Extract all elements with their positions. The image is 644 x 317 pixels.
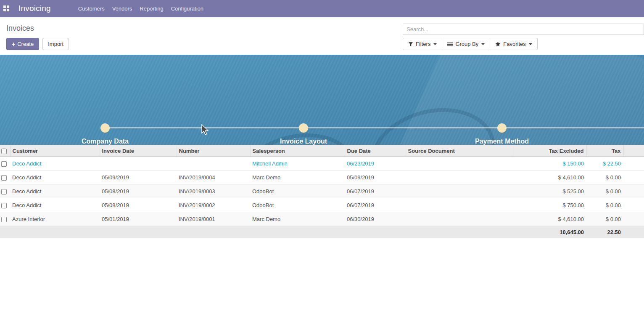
row-checkbox[interactable] bbox=[1, 175, 7, 181]
cell-customer: Deco Addict bbox=[10, 198, 100, 212]
column-header-tax[interactable]: Tax bbox=[586, 145, 623, 157]
cell-spacer bbox=[623, 212, 644, 226]
apps-grid-icon[interactable] bbox=[3, 5, 9, 11]
cell-salesperson: Marc Demo bbox=[250, 212, 345, 226]
cell-tax-excluded: $ 4,610.00 bbox=[513, 170, 586, 184]
column-header-invoice-date[interactable]: Invoice Date bbox=[100, 145, 177, 157]
favorites-button[interactable]: Favorites bbox=[490, 38, 537, 50]
cell-due-date: 06/23/2019 bbox=[345, 157, 406, 170]
onboarding-step-dot bbox=[497, 123, 507, 133]
create-button[interactable]: + Create bbox=[6, 38, 39, 50]
row-checkbox-cell bbox=[0, 184, 10, 198]
cell-tax: $ 0.00 bbox=[586, 212, 623, 226]
cell-number bbox=[177, 157, 250, 170]
cell-tax-excluded: $ 750.00 bbox=[513, 198, 586, 212]
cell-number: INV/2019/0003 bbox=[177, 184, 250, 198]
column-header-salesperson[interactable]: Salesperson bbox=[250, 145, 345, 157]
control-panel: Invoices + Create Import Filters bbox=[0, 17, 644, 55]
cell-tax-excluded: $ 4,610.00 bbox=[513, 212, 586, 226]
column-header-spacer bbox=[623, 145, 644, 157]
nav-item-vendors[interactable]: Vendors bbox=[108, 0, 136, 17]
onboarding-step-dot bbox=[100, 123, 110, 133]
cell-tax-excluded: $ 150.00 bbox=[513, 157, 586, 170]
table-row[interactable]: Deco Addict 05/08/2019 INV/2019/0002 Odo… bbox=[0, 198, 644, 212]
table-row[interactable]: Azure Interior 05/01/2019 INV/2019/0001 … bbox=[0, 212, 644, 226]
step-title: Invoice Layout bbox=[240, 138, 367, 145]
row-checkbox[interactable] bbox=[1, 161, 7, 167]
cell-number: INV/2019/0002 bbox=[177, 198, 250, 212]
favorites-button-label: Favorites bbox=[503, 41, 525, 47]
cell-customer: Deco Addict bbox=[10, 184, 100, 198]
cell-source-document bbox=[406, 198, 513, 212]
filters-button-label: Filters bbox=[416, 41, 430, 47]
filter-funnel-icon bbox=[408, 42, 413, 47]
onboarding-step-company-data: Company Data Set your company's data for… bbox=[42, 138, 168, 145]
column-header-number[interactable]: Number bbox=[177, 145, 250, 157]
cell-due-date: 06/07/2019 bbox=[345, 198, 406, 212]
cell-customer[interactable]: Deco Addict bbox=[10, 157, 100, 170]
cell-number: INV/2019/0004 bbox=[177, 170, 250, 184]
filters-button[interactable]: Filters bbox=[403, 38, 442, 50]
column-header-tax-excluded[interactable]: Tax Excluded bbox=[513, 145, 586, 157]
import-button-label: Import bbox=[48, 41, 63, 47]
onboarding-progress-line bbox=[105, 127, 644, 128]
cell-spacer bbox=[623, 157, 644, 170]
cell-salesperson: OdooBot bbox=[250, 198, 345, 212]
onboarding-step-dot bbox=[299, 123, 308, 133]
cell-tax: $ 0.00 bbox=[586, 170, 623, 184]
row-checkbox[interactable] bbox=[1, 217, 7, 222]
cell-due-date: 06/07/2019 bbox=[345, 184, 406, 198]
table-row[interactable]: Deco Addict Mitchell Admin 06/23/2019 $ … bbox=[0, 157, 644, 170]
nav-item-reporting[interactable]: Reporting bbox=[136, 0, 167, 17]
cell-source-document bbox=[406, 212, 513, 226]
nav-item-configuration[interactable]: Configuration bbox=[167, 0, 207, 17]
table-row[interactable]: Deco Addict 05/09/2019 INV/2019/0004 Mar… bbox=[0, 170, 644, 184]
app-name[interactable]: Invoicing bbox=[18, 4, 51, 13]
cell-source-document bbox=[406, 157, 513, 170]
cell-customer: Azure Interior bbox=[10, 212, 100, 226]
cell-tax: $ 22.50 bbox=[586, 157, 623, 170]
cell-spacer bbox=[623, 184, 644, 198]
select-all-checkbox[interactable] bbox=[1, 149, 7, 154]
row-checkbox-cell bbox=[0, 212, 10, 226]
cell-spacer bbox=[623, 170, 644, 184]
row-checkbox[interactable] bbox=[1, 189, 7, 194]
footer-tax-total: 22.50 bbox=[586, 226, 623, 238]
group-by-button-label: Group By bbox=[455, 41, 478, 47]
star-icon bbox=[495, 41, 501, 47]
cell-source-document bbox=[406, 184, 513, 198]
cell-tax-excluded: $ 525.00 bbox=[513, 184, 586, 198]
plus-icon: + bbox=[12, 41, 15, 47]
cell-number: INV/2019/0001 bbox=[177, 212, 250, 226]
caret-down-icon bbox=[529, 43, 532, 45]
navbar-menus: Customers Vendors Reporting Configuratio… bbox=[74, 0, 207, 17]
table-row[interactable]: Deco Addict 05/08/2019 INV/2019/0003 Odo… bbox=[0, 184, 644, 198]
row-checkbox[interactable] bbox=[1, 203, 7, 208]
cell-tax: $ 0.00 bbox=[586, 198, 623, 212]
cell-due-date: 06/30/2019 bbox=[345, 212, 406, 226]
column-header-source-document[interactable]: Source Document bbox=[406, 145, 513, 157]
select-all-checkbox-cell bbox=[0, 145, 10, 157]
cell-customer: Deco Addict bbox=[10, 170, 100, 184]
row-checkbox-cell bbox=[0, 198, 10, 212]
cell-salesperson: Marc Demo bbox=[250, 170, 345, 184]
search-input[interactable] bbox=[403, 24, 644, 35]
create-button-label: Create bbox=[17, 41, 34, 47]
import-button[interactable]: Import bbox=[42, 38, 69, 50]
group-by-lines-icon bbox=[447, 42, 453, 47]
step-title: Company Data bbox=[42, 138, 168, 145]
nav-item-customers[interactable]: Customers bbox=[74, 0, 108, 17]
cell-invoice-date: 05/08/2019 bbox=[100, 198, 177, 212]
table-footer: 10,645.00 22.50 bbox=[0, 226, 644, 238]
row-checkbox-cell bbox=[0, 157, 10, 170]
column-header-due-date[interactable]: Due Date bbox=[345, 145, 406, 157]
cell-source-document bbox=[406, 170, 513, 184]
footer-tax-excluded-total: 10,645.00 bbox=[513, 226, 586, 238]
cell-invoice-date: 05/01/2019 bbox=[100, 212, 177, 226]
page-title: Invoices bbox=[6, 24, 34, 33]
cell-salesperson[interactable]: Mitchell Admin bbox=[250, 157, 345, 170]
group-by-button[interactable]: Group By bbox=[442, 38, 490, 50]
column-header-customer[interactable]: Customer bbox=[10, 145, 100, 157]
top-navbar: Invoicing Customers Vendors Reporting Co… bbox=[0, 0, 644, 17]
onboarding-step-invoice-layout: Invoice Layout Customize the look of you… bbox=[240, 138, 367, 145]
